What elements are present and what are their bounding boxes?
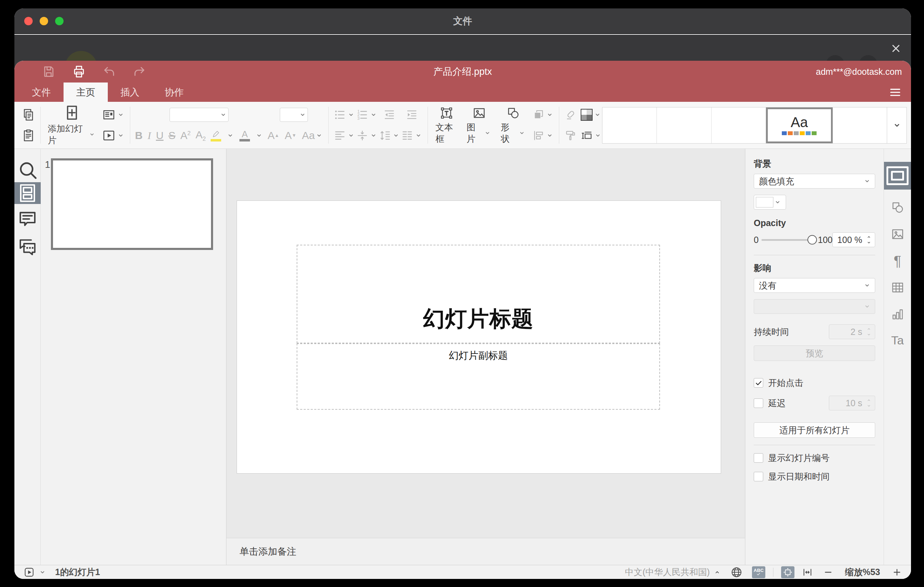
save-icon[interactable] (42, 64, 56, 79)
start-on-click-checkbox-row[interactable]: 开始点击 (754, 377, 875, 389)
subtitle-placeholder[interactable]: 幻灯片副标题 (297, 343, 660, 410)
delay-checkbox[interactable] (754, 399, 763, 408)
line-spacing-button[interactable] (378, 129, 400, 142)
theme-item[interactable] (711, 107, 766, 143)
delay-checkbox-row[interactable]: 延迟 (754, 397, 786, 409)
chart-settings-icon[interactable] (884, 302, 911, 326)
chevron-down-icon[interactable] (226, 131, 234, 140)
table-settings-icon[interactable] (884, 275, 911, 300)
align-left-icon (333, 129, 346, 142)
bold-button[interactable]: B (135, 130, 142, 141)
theme-item-selected[interactable]: Aa (766, 107, 833, 143)
align-objects-button[interactable] (532, 129, 554, 142)
slide-thumbnail[interactable] (51, 158, 213, 250)
hamburger-menu-icon[interactable] (889, 86, 902, 99)
subscript-button[interactable]: A2 (196, 130, 206, 142)
decrease-font-button[interactable]: A▼ (285, 130, 296, 141)
apply-to-all-slides-button[interactable]: 适用于所有幻灯片 (754, 422, 875, 438)
insert-image-button[interactable]: 图片 (464, 106, 494, 145)
close-traffic-light[interactable] (24, 17, 33, 25)
color-scheme-button[interactable] (581, 109, 602, 121)
notes-area[interactable]: 单击添加备注 (226, 538, 745, 565)
opacity-slider-knob[interactable] (807, 235, 817, 245)
columns-button[interactable] (401, 129, 423, 142)
shape-settings-icon[interactable] (884, 195, 911, 220)
clear-style-icon[interactable] (564, 109, 577, 121)
tab-home[interactable]: 主页 (64, 82, 108, 102)
fit-to-slide-toggle[interactable] (781, 566, 794, 578)
tab-file[interactable]: 文件 (19, 82, 64, 102)
start-slideshow-status-icon[interactable] (23, 567, 35, 578)
show-date-time-checkbox[interactable] (754, 472, 763, 481)
italic-button[interactable]: I (147, 130, 151, 141)
opacity-spinner[interactable]: 100 % (832, 232, 875, 247)
start-slideshow-button[interactable] (102, 129, 125, 143)
paragraph-settings-icon[interactable]: ¶ (884, 249, 911, 273)
effect-select[interactable]: 没有 (754, 278, 875, 293)
opacity-slider[interactable] (761, 239, 812, 241)
textart-settings-icon[interactable]: Ta (884, 328, 911, 353)
chat-icon[interactable] (15, 236, 41, 258)
insert-textbox-button[interactable]: 文本框 (433, 106, 460, 145)
copy-style-icon[interactable] (564, 129, 577, 142)
change-case-button[interactable]: Aa (302, 130, 323, 141)
zoom-traffic-light[interactable] (55, 17, 64, 25)
decrease-indent-button[interactable] (383, 109, 396, 121)
font-size-combo[interactable] (280, 108, 308, 122)
show-date-time-row[interactable]: 显示日期和时间 (754, 471, 875, 482)
theme-item[interactable] (657, 107, 711, 143)
highlight-color-button[interactable] (211, 130, 221, 142)
strikethrough-button[interactable]: S (168, 130, 175, 141)
language-caret-icon[interactable] (713, 569, 721, 576)
font-color-button[interactable]: A (239, 130, 250, 142)
chevron-down-icon[interactable] (255, 131, 263, 140)
undo-icon[interactable] (102, 64, 116, 79)
title-placeholder[interactable]: 幻灯片标题 (297, 245, 660, 343)
copy-icon[interactable] (21, 108, 35, 122)
fit-to-width-button[interactable] (801, 566, 814, 578)
start-on-click-checkbox[interactable] (754, 378, 763, 387)
increase-indent-button[interactable] (406, 109, 418, 121)
paste-icon[interactable] (21, 129, 35, 143)
font-name-combo[interactable] (170, 108, 229, 122)
tab-insert[interactable]: 插入 (108, 82, 152, 102)
bullets-button[interactable] (333, 109, 355, 121)
zoom-in-icon[interactable] (892, 567, 902, 577)
slides-panel-icon[interactable] (15, 182, 41, 204)
slide[interactable]: 幻灯片标题 幻灯片副标题 (237, 201, 721, 473)
align-left-button[interactable] (333, 129, 355, 142)
background-color-swatch[interactable] (754, 195, 786, 209)
theme-item[interactable] (833, 107, 887, 143)
chevron-down-icon[interactable] (38, 568, 47, 577)
language-label[interactable]: 中文(中华人民共和国) (625, 566, 710, 578)
slide-layout-button[interactable] (102, 108, 125, 122)
background-fill-select[interactable]: 颜色填充 (754, 174, 875, 188)
tab-collaborate[interactable]: 协作 (152, 82, 196, 102)
arrange-button[interactable] (532, 109, 554, 121)
minimize-traffic-light[interactable] (40, 17, 48, 25)
close-icon[interactable] (890, 43, 902, 54)
zoom-out-icon[interactable] (823, 567, 833, 577)
superscript-button[interactable]: A2 (180, 130, 191, 141)
document-language-icon[interactable] (730, 566, 743, 579)
spinner-up-icon[interactable] (865, 234, 873, 240)
slide-size-button[interactable] (580, 129, 602, 142)
spinner-down-icon[interactable] (865, 240, 873, 246)
vertical-align-button[interactable] (356, 129, 378, 142)
show-slide-number-row[interactable]: 显示幻灯片编号 (754, 452, 875, 464)
underline-button[interactable]: U (156, 130, 163, 141)
print-icon[interactable] (72, 64, 86, 79)
insert-shape-button[interactable]: 形状 (498, 106, 529, 145)
numbering-button[interactable]: 123 (356, 109, 378, 121)
comments-icon[interactable] (15, 209, 41, 230)
theme-item[interactable] (602, 107, 657, 143)
spellcheck-toggle[interactable]: ABC (752, 566, 765, 578)
increase-font-button[interactable]: A▲ (267, 130, 279, 141)
image-settings-icon[interactable] (884, 222, 911, 246)
theme-gallery-expand-button[interactable] (887, 107, 906, 143)
slide-settings-icon[interactable] (884, 162, 911, 190)
show-slide-number-checkbox[interactable] (754, 453, 763, 463)
add-slide-button[interactable]: 添加幻灯片 (46, 105, 98, 146)
search-icon[interactable] (15, 159, 41, 181)
redo-icon[interactable] (132, 64, 147, 79)
